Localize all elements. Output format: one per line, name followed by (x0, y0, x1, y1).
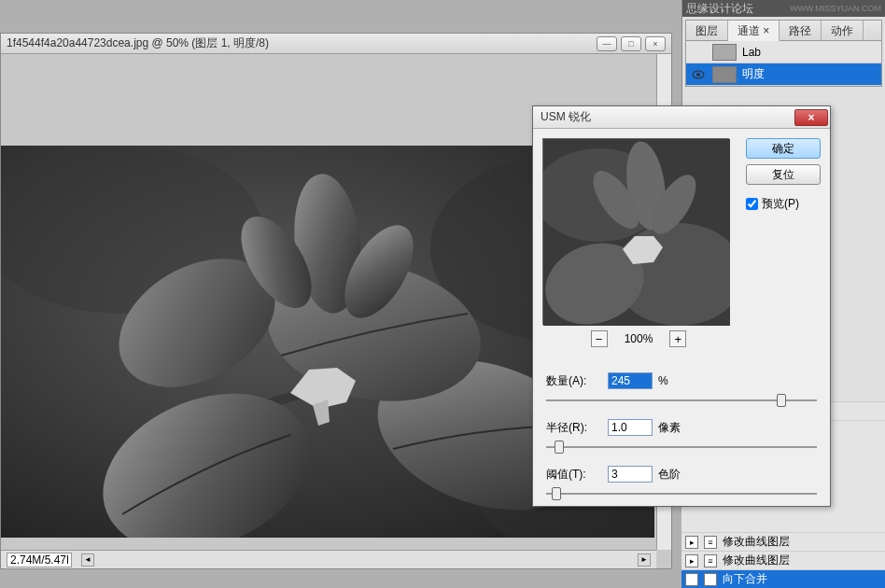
close-doc-button[interactable]: × (645, 36, 666, 51)
visibility-toggle[interactable] (690, 44, 707, 61)
document-titlebar[interactable]: 1f4544f4a20a44723dcea.jpg @ 50% (图层 1, 明… (1, 34, 671, 54)
forum-name: 思缘设计论坛 (686, 1, 753, 17)
forum-watermark: 思缘设计论坛 WWW.MISSYUAN.COM (682, 0, 885, 17)
history-label: 修改曲线图层 (723, 553, 790, 568)
preview-checkbox-label: 预览(P) (762, 196, 799, 212)
usm-sharpen-dialog: USM 锐化 × − 100% + (532, 105, 831, 507)
tab-actions[interactable]: 动作 (822, 21, 864, 40)
channel-label: Lab (742, 46, 761, 59)
zoom-controls: − 100% + (542, 330, 735, 347)
zoom-in-button[interactable]: + (669, 330, 686, 347)
document-title-text: 1f4544f4a20a44723dcea.jpg @ 50% (图层 1, 明… (7, 35, 597, 51)
maximize-button[interactable]: □ (621, 36, 641, 51)
radius-unit: 像素 (658, 420, 681, 436)
threshold-unit: 色阶 (658, 467, 681, 483)
threshold-row: 阈值(T): 色阶 (546, 463, 817, 485)
eye-icon[interactable] (690, 66, 707, 83)
history-label: 向下合并 (723, 571, 767, 587)
radius-label: 半径(R): (546, 420, 602, 436)
radius-row: 半径(R): 像素 (546, 416, 817, 439)
channels-panel: 图层 通道 × 路径 动作 Lab 明度 (685, 20, 882, 87)
history-item[interactable]: ▸ ≡ 修改曲线图层 (681, 551, 885, 569)
window-buttons: — □ × (597, 36, 666, 51)
history-label: 修改曲线图层 (723, 534, 790, 550)
scroll-right-button[interactable]: ► (638, 553, 651, 567)
preview-image[interactable] (542, 138, 729, 325)
threshold-input[interactable] (608, 466, 653, 483)
doc-icon: ≡ (704, 554, 717, 567)
dialog-title-text: USM 锐化 (541, 109, 794, 125)
radius-slider[interactable] (546, 441, 817, 454)
threshold-label: 阈值(T): (546, 467, 602, 483)
reset-button[interactable]: 复位 (746, 164, 821, 185)
tab-channels[interactable]: 通道 × (728, 21, 780, 41)
amount-input[interactable] (608, 372, 653, 389)
dialog-titlebar[interactable]: USM 锐化 × (533, 106, 830, 129)
preview-checkbox-row[interactable]: 预览(P) (746, 196, 821, 212)
amount-unit: % (658, 374, 668, 387)
svg-point-12 (696, 73, 700, 77)
amount-label: 数量(A): (546, 373, 602, 389)
forum-url: WWW.MISSYUAN.COM (790, 4, 881, 13)
channel-label: 明度 (742, 66, 765, 82)
history-item[interactable]: ▸ ≡ 修改曲线图层 (681, 532, 885, 551)
zoom-out-button[interactable]: − (591, 330, 608, 347)
channel-thumbnail (712, 44, 737, 61)
dialog-close-button[interactable]: × (794, 109, 828, 126)
status-bar: ◄ ► (1, 550, 656, 568)
ok-button[interactable]: 确定 (746, 138, 821, 159)
history-item-selected[interactable]: ▸ ≡ 向下合并 (681, 569, 885, 588)
minimize-button[interactable]: — (597, 36, 617, 51)
scroll-left-button[interactable]: ◄ (81, 553, 94, 567)
panel-tabs: 图层 通道 × 路径 动作 (686, 21, 881, 41)
doc-icon: ≡ (704, 536, 717, 549)
expand-icon[interactable]: ▸ (685, 536, 698, 549)
tab-paths[interactable]: 路径 (780, 21, 822, 40)
tab-layers[interactable]: 图层 (686, 21, 728, 40)
preview-checkbox[interactable] (746, 198, 758, 210)
radius-input[interactable] (608, 419, 653, 436)
channel-row-lab[interactable]: Lab (686, 41, 881, 63)
expand-icon[interactable]: ▸ (685, 554, 698, 567)
doc-icon: ≡ (704, 573, 717, 586)
amount-slider[interactable] (546, 394, 817, 407)
threshold-slider[interactable] (546, 487, 817, 500)
zoom-percent: 100% (625, 332, 653, 345)
zoom-info-field[interactable] (7, 553, 72, 567)
channel-thumbnail (712, 66, 737, 83)
channel-row-lightness[interactable]: 明度 (686, 63, 881, 86)
amount-row: 数量(A): % (546, 370, 817, 392)
expand-icon[interactable]: ▸ (685, 573, 698, 586)
